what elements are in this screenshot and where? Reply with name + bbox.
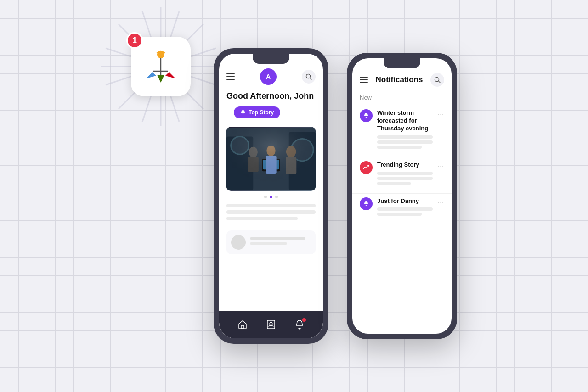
- bell-icon: [240, 110, 246, 115]
- svg-line-44: [438, 81, 440, 83]
- section-label-new: New: [352, 93, 452, 106]
- dot-2[interactable]: [270, 196, 272, 198]
- notif-line-3b: [377, 213, 422, 216]
- phone-1-screen: A Good Afternoon, John Top Stor: [219, 54, 323, 338]
- notif-more-1[interactable]: ...: [437, 109, 444, 117]
- scene: 1: [0, 0, 588, 392]
- app-icon[interactable]: 1: [131, 37, 191, 96]
- bottom-nav: [219, 311, 323, 338]
- svg-marker-19: [157, 75, 164, 83]
- notif-more-2[interactable]: ...: [437, 161, 444, 168]
- notif-icon-2: [360, 161, 373, 174]
- contacts-nav-item[interactable]: [265, 318, 277, 331]
- phone-1-notch: [253, 54, 289, 64]
- phone-1: A Good Afternoon, John Top Stor: [214, 48, 328, 344]
- phone-2: Notifications New: [347, 53, 457, 339]
- secondary-line-1: [250, 237, 305, 240]
- notifications-title: Notifications: [376, 75, 423, 84]
- notification-item-3[interactable]: Just for Danny ...: [352, 194, 452, 224]
- secondary-line-2: [250, 242, 287, 245]
- phone-2-notch: [384, 58, 420, 68]
- notif-line-2a: [377, 172, 433, 175]
- notif-line-3a: [377, 207, 433, 211]
- dot-1[interactable]: [264, 196, 267, 198]
- notif-content-3: Just for Danny: [377, 197, 433, 219]
- notification-badge: 1: [126, 32, 143, 49]
- story-image[interactable]: [226, 127, 316, 191]
- phone2-hamburger-icon[interactable]: [360, 77, 368, 83]
- carousel-dots: [219, 196, 323, 198]
- text-line-3: [226, 217, 298, 220]
- phone2-search-icon: [434, 77, 441, 83]
- svg-marker-17: [146, 72, 156, 78]
- notif-line-1b: [377, 140, 433, 144]
- notif-icon-1: [360, 109, 373, 122]
- svg-rect-38: [226, 128, 316, 190]
- notif-bell-icon-1: [363, 112, 369, 119]
- home-icon: [237, 319, 248, 330]
- notif-content-1: Winter storm forecasted for Thursday eve…: [377, 109, 433, 151]
- svg-rect-40: [267, 320, 275, 329]
- app-icon-wrapper: 1: [131, 37, 191, 96]
- secondary-card-avatar: [231, 235, 246, 250]
- svg-rect-24: [243, 114, 244, 115]
- notif-title-3: Just for Danny: [377, 197, 433, 205]
- notif-lines-3: [377, 207, 433, 216]
- svg-marker-18: [165, 72, 175, 78]
- svg-line-23: [310, 78, 312, 80]
- notif-title-1: Winter storm forecasted for Thursday eve…: [377, 109, 433, 133]
- home-nav-item[interactable]: [236, 318, 249, 331]
- text-line-2: [226, 210, 316, 214]
- text-line-1: [226, 204, 316, 207]
- notif-title-2: Trending Story: [377, 161, 433, 169]
- notif-more-3[interactable]: ...: [437, 197, 444, 205]
- notif-lines-1: [377, 135, 433, 149]
- app-logo-icon: [142, 48, 179, 85]
- svg-point-41: [270, 322, 272, 325]
- story-image-svg: [226, 127, 316, 191]
- svg-rect-39: [241, 325, 244, 329]
- notif-line-2b: [377, 177, 433, 180]
- notification-item-2[interactable]: Trending Story ...: [352, 157, 452, 194]
- greeting-text: Good Afternoon, John: [219, 90, 323, 106]
- notif-line-1c: [377, 146, 422, 149]
- top-story-badge[interactable]: Top Story: [234, 106, 280, 118]
- notification-item-1[interactable]: Winter storm forecasted for Thursday eve…: [352, 106, 452, 157]
- notif-line-2c: [377, 182, 411, 185]
- dot-3[interactable]: [275, 196, 278, 198]
- notif-content-2: Trending Story: [377, 161, 433, 188]
- notif-line-1a: [377, 135, 433, 139]
- phone-2-screen: Notifications New: [352, 58, 452, 334]
- notif-lines-2: [377, 172, 433, 185]
- phone2-search-button[interactable]: [430, 73, 444, 87]
- secondary-card-content: [250, 237, 311, 248]
- search-button[interactable]: [302, 70, 316, 84]
- story-text-lines: [219, 201, 323, 226]
- search-icon: [305, 73, 312, 80]
- bell-badge: [302, 318, 306, 322]
- secondary-card[interactable]: [226, 230, 316, 254]
- hamburger-icon[interactable]: [226, 73, 235, 80]
- notif-trending-icon: [363, 164, 369, 171]
- notif-bell-icon-3: [363, 201, 369, 207]
- app-logo-button[interactable]: A: [260, 68, 277, 85]
- bell-nav-item[interactable]: [293, 318, 306, 331]
- contact-icon: [266, 319, 276, 330]
- notif-icon-3: [360, 197, 373, 210]
